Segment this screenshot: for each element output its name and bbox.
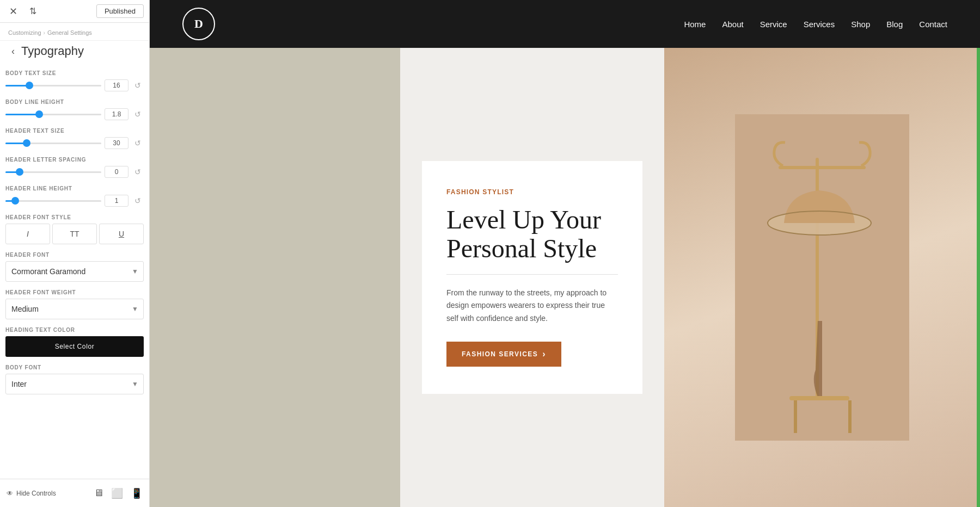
body-text-size-slider[interactable]: [5, 85, 101, 86]
body-text-size-input[interactable]: 16: [105, 79, 128, 91]
headline-line1: Level Up Your: [446, 205, 601, 234]
bottom-bar: 👁 Hide Controls 🖥 ⬜ 📱: [0, 479, 149, 507]
cta-button[interactable]: FASHION SERVICES ›: [446, 342, 561, 367]
heading-text-color-label: HEADING TEXT COLOR: [5, 327, 144, 333]
cta-label: FASHION SERVICES: [462, 350, 538, 358]
fashion-label: FASHION STYLIST: [446, 188, 618, 196]
header-font-style-group: HEADER FONT STYLE I TT U: [5, 214, 144, 244]
hide-controls-button[interactable]: 👁 Hide Controls: [7, 490, 56, 497]
back-button[interactable]: ‹: [8, 45, 18, 58]
hero-card: FASHION STYLIST Level Up Your Personal S…: [422, 161, 642, 394]
header-font-weight-select-row: Thin Light Regular Medium Bold ▼: [5, 299, 144, 319]
header-font-select-row: Cormorant Garamond Georgia Times New Rom…: [5, 261, 144, 282]
caps-button[interactable]: TT: [52, 224, 97, 244]
body-font-select[interactable]: Inter Arial Helvetica Open Sans Lato: [5, 374, 144, 394]
breadcrumb-parent[interactable]: Customizing: [8, 29, 41, 36]
hide-controls-label: Hide Controls: [16, 490, 56, 497]
header-text-size-row: ↺: [5, 137, 144, 149]
view-buttons: 🖥 ⬜ 📱: [94, 487, 143, 499]
header-letter-spacing-row: ↺: [5, 166, 144, 178]
header-font-weight-select[interactable]: Thin Light Regular Medium Bold: [5, 299, 144, 319]
left-content-block: [150, 48, 400, 507]
nav-menu: Home About Service Services Shop Blog Co…: [684, 20, 947, 29]
header-text-size-slider[interactable]: [5, 143, 101, 144]
sort-button[interactable]: ⇅: [25, 4, 40, 19]
header-font-weight-label: HEADER FONT WEIGHT: [5, 289, 144, 295]
close-button[interactable]: ✕: [5, 4, 21, 19]
font-style-row: I TT U: [5, 224, 144, 244]
nav-blog[interactable]: Blog: [886, 20, 903, 29]
section-title: Typography: [21, 44, 84, 58]
select-color-button[interactable]: Select Color: [5, 336, 144, 357]
body-font-label: BODY FONT: [5, 364, 144, 370]
header-font-select[interactable]: Cormorant Garamond Georgia Times New Rom…: [5, 261, 144, 282]
header-letter-spacing-label: HEADER LETTER SPACING: [5, 157, 144, 163]
header-text-size-reset[interactable]: ↺: [132, 137, 144, 149]
eye-icon: 👁: [7, 490, 13, 497]
italic-button[interactable]: I: [5, 224, 50, 244]
header-font-group: HEADER FONT Cormorant Garamond Georgia T…: [5, 252, 144, 282]
breadcrumb: Customizing › General Settings: [8, 29, 141, 36]
desktop-view-button[interactable]: 🖥: [94, 487, 103, 499]
header-letter-spacing-group: HEADER LETTER SPACING ↺: [5, 157, 144, 178]
header-line-height-label: HEADER LINE HEIGHT: [5, 186, 144, 191]
center-content: FASHION STYLIST Level Up Your Personal S…: [400, 48, 664, 507]
divider: [446, 274, 618, 275]
underline-button[interactable]: U: [99, 224, 144, 244]
tablet-view-button[interactable]: ⬜: [111, 487, 123, 499]
header-letter-spacing-reset[interactable]: ↺: [132, 166, 144, 178]
nav-service[interactable]: Service: [760, 20, 787, 29]
svg-rect-7: [848, 400, 852, 433]
heading-text-color-group: HEADING TEXT COLOR Select Color: [5, 327, 144, 357]
header-line-height-reset[interactable]: ↺: [132, 195, 144, 207]
body-line-height-group: BODY LINE HEIGHT ↺: [5, 99, 144, 120]
controls-area: BODY TEXT SIZE 16 ↺ BODY LINE HEIGHT ↺: [0, 65, 149, 479]
svg-rect-5: [789, 396, 849, 400]
nav-contact[interactable]: Contact: [919, 20, 947, 29]
preview-area: D Home About Service Services Shop Blog …: [150, 0, 980, 507]
website-content: FASHION STYLIST Level Up Your Personal S…: [150, 48, 980, 507]
body-line-height-input[interactable]: [105, 108, 128, 120]
nav-shop[interactable]: Shop: [851, 20, 870, 29]
header-line-height-group: HEADER LINE HEIGHT ↺: [5, 186, 144, 207]
published-button[interactable]: Published: [96, 4, 144, 18]
breadcrumb-child[interactable]: General Settings: [47, 29, 92, 36]
breadcrumb-arrow: ›: [44, 30, 45, 36]
body-line-height-reset[interactable]: ↺: [132, 108, 144, 120]
cta-arrow: ›: [542, 349, 546, 359]
top-bar: ✕ ⇅ Published: [0, 0, 149, 23]
body-text-size-group: BODY TEXT SIZE 16 ↺: [5, 70, 144, 91]
header-line-height-row: ↺: [5, 195, 144, 207]
header-line-height-input[interactable]: [105, 195, 128, 207]
header-font-style-label: HEADER FONT STYLE: [5, 214, 144, 220]
header-text-size-group: HEADER TEXT SIZE ↺: [5, 128, 144, 149]
body-text: From the runway to the streets, my appro…: [446, 287, 618, 325]
header-line-height-slider[interactable]: [5, 200, 101, 202]
section-title-row: ‹ Typography: [0, 41, 149, 65]
header-font-weight-group: HEADER FONT WEIGHT Thin Light Regular Me…: [5, 289, 144, 319]
headline-line2: Personal Style: [446, 234, 597, 263]
body-text-size-reset[interactable]: ↺: [132, 79, 144, 91]
header-letter-spacing-slider[interactable]: [5, 171, 101, 173]
left-panel: ✕ ⇅ Published Customizing › General Sett…: [0, 0, 150, 507]
body-text-size-label: BODY TEXT SIZE: [5, 70, 144, 76]
body-font-group: BODY FONT Inter Arial Helvetica Open San…: [5, 364, 144, 394]
site-logo: D: [182, 8, 215, 40]
body-line-height-row: ↺: [5, 108, 144, 120]
headline: Level Up Your Personal Style: [446, 206, 618, 263]
body-line-height-slider[interactable]: [5, 114, 101, 115]
nav-services[interactable]: Services: [804, 20, 835, 29]
website-header: D Home About Service Services Shop Blog …: [150, 0, 980, 48]
nav-home[interactable]: Home: [684, 20, 706, 29]
header-text-size-label: HEADER TEXT SIZE: [5, 128, 144, 134]
mobile-view-button[interactable]: 📱: [131, 487, 143, 499]
body-font-select-row: Inter Arial Helvetica Open Sans Lato ▼: [5, 374, 144, 394]
header-text-size-input[interactable]: [105, 137, 128, 149]
body-text-size-row: 16 ↺: [5, 79, 144, 91]
body-line-height-label: BODY LINE HEIGHT: [5, 99, 144, 105]
svg-rect-6: [794, 400, 797, 433]
logo-letter: D: [194, 17, 203, 31]
nav-about[interactable]: About: [722, 20, 743, 29]
header-letter-spacing-input[interactable]: [105, 166, 128, 178]
right-image-area: [664, 48, 980, 507]
